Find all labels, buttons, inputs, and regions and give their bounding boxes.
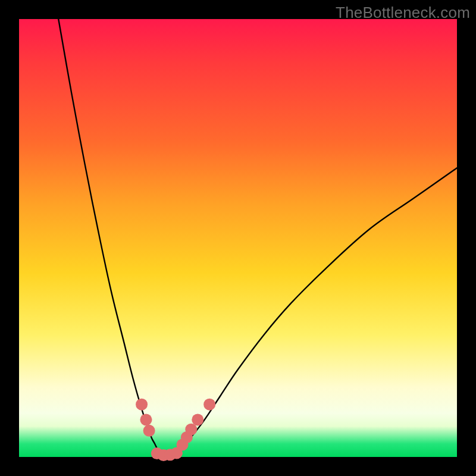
bottleneck-curve [58,19,457,458]
plot-area [19,19,457,457]
watermark-text: TheBottleneck.com [336,4,470,22]
chart-frame: TheBottleneck.com [0,0,476,476]
left-marker-1 [136,399,148,411]
right-marker-3 [185,424,197,436]
left-marker-3 [143,425,155,437]
curve-markers [136,399,215,461]
chart-svg [19,19,457,457]
left-marker-2 [140,414,152,425]
right-marker-4 [192,414,203,425]
right-marker-5 [203,399,215,411]
